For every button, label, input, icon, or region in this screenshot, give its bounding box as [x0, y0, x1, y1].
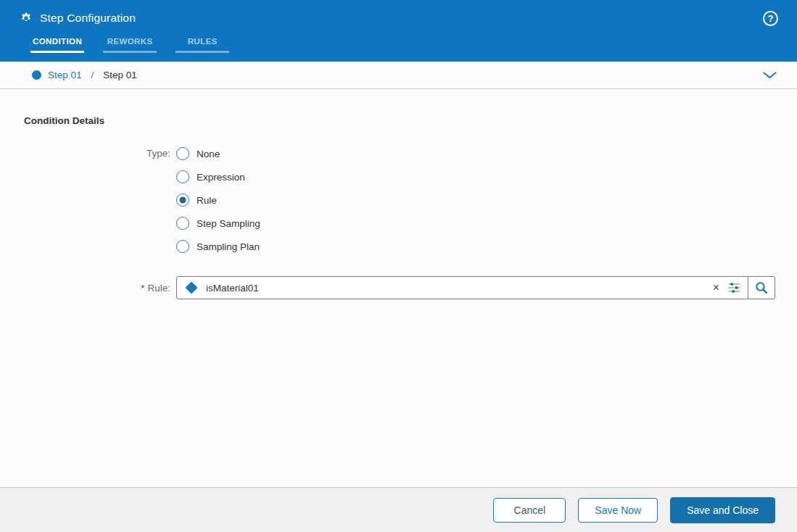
rule-form-row: *Rule: isMaterial01 × [24, 276, 775, 299]
tab-reworks[interactable]: REWORKS [103, 33, 157, 53]
step-status-dot-icon [32, 70, 41, 80]
radio-button[interactable] [176, 147, 189, 160]
radio-button[interactable] [176, 217, 189, 230]
gear-icon [20, 12, 32, 24]
radio-option-expression[interactable]: Expression [176, 170, 260, 183]
radio-option-label: Expression [197, 172, 245, 183]
page-title: Step Configuration [40, 12, 136, 25]
tab-rules[interactable]: RULES [175, 33, 229, 53]
cancel-button[interactable]: Cancel [493, 498, 566, 523]
rule-label: *Rule: [24, 283, 170, 294]
radio-option-label: None [197, 149, 220, 159]
help-glyph: ? [768, 14, 774, 23]
save-now-button[interactable]: Save Now [578, 498, 658, 523]
rule-input[interactable]: isMaterial01 [206, 283, 706, 294]
breadcrumb: Step 01 / Step 01 [0, 62, 797, 89]
rule-label-text: Rule: [147, 283, 170, 294]
clear-icon[interactable]: × [706, 282, 727, 294]
radio-button[interactable] [176, 240, 189, 253]
search-icon [755, 281, 768, 294]
search-button[interactable] [748, 277, 775, 299]
radio-option-rule[interactable]: Rule [176, 194, 260, 207]
breadcrumb-current-step: Step 01 [103, 70, 137, 80]
title-row: Step Configuration ? [0, 0, 797, 32]
type-label: Type: [24, 147, 170, 253]
rule-input-group: isMaterial01 × [176, 276, 775, 299]
type-form-row: Type: None Expression Rule Step Sampling [24, 147, 775, 253]
radio-option-none[interactable]: None [176, 147, 260, 160]
type-radio-group: None Expression Rule Step Sampling Sampl… [176, 147, 260, 253]
radio-option-step-sampling[interactable]: Step Sampling [176, 217, 260, 230]
radio-button[interactable] [176, 170, 189, 183]
tab-bar: CONDITION REWORKS RULES [0, 32, 797, 62]
value-help-sliders-icon[interactable] [727, 282, 748, 294]
save-and-close-button[interactable]: Save and Close [670, 497, 775, 523]
help-icon[interactable]: ? [763, 11, 778, 26]
radio-option-label: Rule [197, 195, 217, 206]
step-configuration-dialog: Step Configuration ? CONDITION REWORKS R… [0, 0, 797, 532]
condition-panel: Condition Details Type: None Expression … [0, 89, 797, 487]
header-bar: Step Configuration ? CONDITION REWORKS R… [0, 0, 797, 62]
radio-option-label: Sampling Plan [197, 241, 260, 252]
chevron-down-icon[interactable] [761, 69, 778, 82]
required-indicator: * [141, 283, 144, 294]
radio-option-sampling-plan[interactable]: Sampling Plan [176, 240, 260, 253]
breadcrumb-separator: / [91, 70, 94, 80]
tab-condition[interactable]: CONDITION [30, 33, 84, 53]
section-title-condition-details: Condition Details [24, 115, 775, 126]
footer-bar: Cancel Save Now Save and Close [0, 487, 797, 532]
radio-button[interactable] [176, 194, 189, 207]
breadcrumb-step-link[interactable]: Step 01 [48, 70, 82, 80]
radio-option-label: Step Sampling [197, 218, 260, 229]
diamond-icon [186, 282, 198, 294]
